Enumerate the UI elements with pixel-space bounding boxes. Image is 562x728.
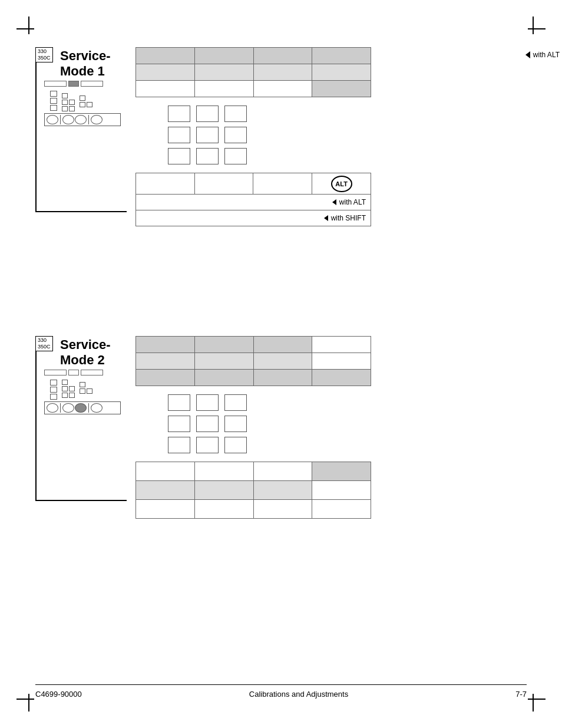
s2-circle-3-active	[75, 403, 87, 413]
bottom-border-2	[35, 500, 127, 501]
top-table-2	[135, 336, 371, 386]
arrow-label-2: with ALT	[332, 198, 366, 206]
small-boxes-grid-1	[168, 106, 483, 164]
table-row	[136, 353, 371, 370]
circle-row-1	[44, 113, 121, 126]
slot-1	[44, 81, 67, 87]
small-box-8	[69, 106, 75, 111]
arrow-label-1: with ALT	[525, 51, 560, 59]
arrow-label-3: with SHIFT	[324, 214, 366, 222]
slot-2-2	[68, 370, 79, 375]
small-box-4	[62, 93, 68, 98]
circle-1	[47, 115, 58, 124]
s2-box-1	[50, 380, 57, 386]
s2-small-box-a3	[224, 394, 247, 411]
top-table-1	[135, 47, 371, 97]
footer-right: 7-7	[515, 690, 527, 699]
s2-small-box-b3	[224, 416, 247, 432]
section2-title: Service-Mode 2	[60, 337, 127, 368]
shift-row-1: with SHIFT	[135, 210, 371, 226]
footer: C4699-90000 Calibrations and Adjustments…	[35, 684, 527, 699]
bottom-border-1	[35, 211, 127, 212]
corner-mark-tl-h	[16, 28, 34, 29]
diagram-area-2	[135, 336, 483, 519]
small-box-b3	[224, 127, 247, 143]
device-panel-1: 330 350C Service-Mode 1	[35, 47, 127, 212]
circle-divider-2	[88, 115, 89, 124]
s2-box-5	[62, 386, 68, 391]
small-box-b1	[168, 127, 190, 143]
circle-3	[75, 115, 87, 124]
device-panel-2: 330 350C Service-Mode 2	[35, 336, 127, 501]
small-box-7	[62, 106, 68, 111]
diagram-area-1: with ALT ALT	[135, 47, 483, 226]
slot-2-1	[44, 370, 67, 375]
s2-box-7	[62, 393, 68, 398]
s2-box-9	[80, 382, 85, 387]
footer-center: Calibrations and Adjustments	[249, 690, 348, 699]
top-grid-1: with ALT	[135, 47, 483, 97]
s2-box-2	[50, 387, 57, 393]
small-box-a1	[168, 106, 190, 122]
small-box-c2	[196, 148, 219, 164]
arrow-icon-3	[324, 215, 328, 221]
bottom-section-1: ALT with ALT with SHIFT	[135, 173, 483, 226]
small-box-a3	[224, 106, 247, 122]
corner-mark-br-h	[528, 699, 546, 700]
slot-3	[81, 81, 103, 87]
left-border-1	[35, 47, 37, 212]
small-box-b2	[196, 127, 219, 143]
small-box-2	[50, 98, 57, 104]
s2-circle-1	[47, 403, 58, 413]
corner-mark-bl-v	[28, 694, 29, 711]
corner-mark-tr-h	[528, 28, 546, 29]
corner-mark-bl-h	[16, 699, 34, 700]
s2-small-box-b2	[196, 416, 219, 432]
icon-group-2	[62, 93, 75, 111]
small-box-3	[50, 105, 57, 111]
arrow-icon-2	[332, 199, 336, 205]
icon-group-2-1	[50, 380, 57, 400]
s2-box-6	[69, 386, 75, 391]
s2-divider-2	[88, 403, 89, 413]
s2-box-8	[69, 393, 75, 398]
printer-diagram-1	[44, 80, 121, 126]
bottom-table-1: ALT	[135, 173, 371, 195]
corner-mark-br-v	[533, 694, 534, 711]
section1-title: Service-Mode 1	[60, 48, 127, 79]
slot-2-3	[81, 370, 103, 375]
icon-group-1	[50, 91, 57, 111]
small-box-6	[69, 100, 75, 105]
small-box-c1	[168, 148, 190, 164]
s2-circle-4	[91, 403, 103, 413]
arrow-icon-1	[525, 51, 530, 58]
small-box-a2	[196, 106, 219, 122]
s2-small-box-b1	[168, 416, 190, 432]
model-label-2: 330 350C	[35, 336, 53, 351]
alt-button[interactable]: ALT	[331, 176, 352, 192]
s2-small-box-a1	[168, 394, 190, 411]
s2-divider-1	[60, 403, 61, 413]
small-box-10	[80, 102, 85, 107]
small-boxes-grid-2	[168, 394, 483, 453]
circle-row-2	[44, 401, 121, 414]
table-row	[136, 64, 371, 81]
table-row	[136, 337, 371, 353]
small-box-9	[80, 95, 85, 101]
corner-mark-tr-v	[533, 17, 534, 34]
table-row	[136, 462, 371, 481]
s2-small-box-c3	[224, 437, 247, 453]
circle-4	[91, 115, 103, 124]
icon-group-2-2	[62, 380, 75, 400]
s2-box-11	[87, 388, 92, 394]
s2-small-box-c1	[168, 437, 190, 453]
circle-2	[62, 115, 74, 124]
s2-small-box-c2	[196, 437, 219, 453]
circle-divider	[60, 115, 61, 124]
table-row: ALT	[136, 173, 371, 195]
small-box-5	[62, 100, 68, 105]
small-box-11	[87, 102, 92, 107]
table-row	[136, 500, 371, 519]
table-row	[136, 81, 371, 97]
icon-group-2-3	[80, 382, 92, 400]
